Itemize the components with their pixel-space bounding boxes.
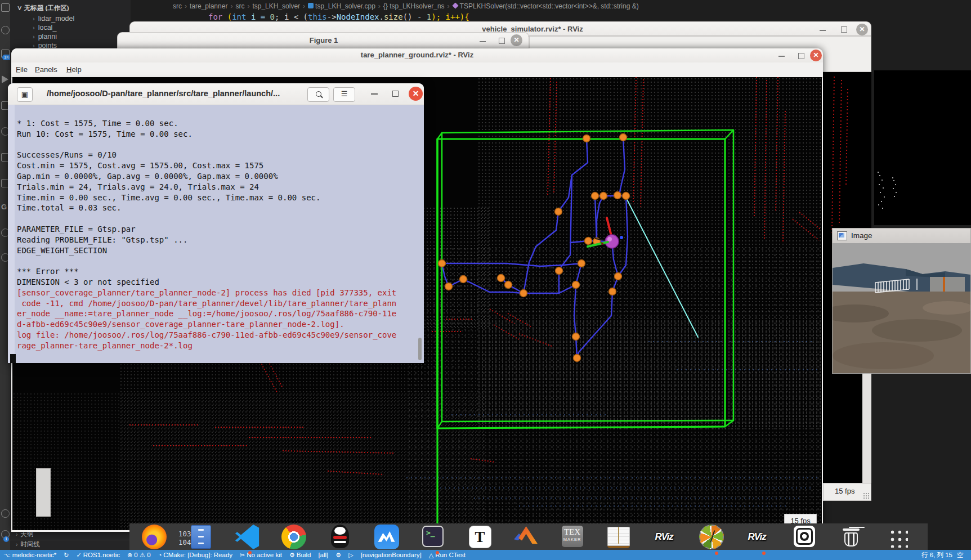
- tare-minimize-button[interactable]: [778, 56, 785, 57]
- breadcrumb-item[interactable]: src: [235, 2, 244, 10]
- run-debug-icon[interactable]: [2, 75, 8, 83]
- path-edge: [597, 196, 603, 241]
- dock-rviz-icon[interactable]: RViz: [746, 525, 771, 549]
- image-panel-header[interactable]: Image: [833, 229, 970, 244]
- dock-trash-icon[interactable]: [839, 525, 863, 549]
- sidebar-item-timeline[interactable]: ›时间线: [10, 540, 131, 549]
- terminal-line: d-afbb-ed69c45c90e9/sensor_coverage_plan…: [17, 319, 396, 330]
- dock-pinwheel-icon[interactable]: [699, 525, 724, 549]
- running-indicator-dot: [248, 551, 252, 554]
- dock-matlab-icon[interactable]: [513, 525, 538, 549]
- dock-texmaker-icon[interactable]: TEXMAKER: [560, 525, 585, 549]
- terminal-line: er_node __name:=tare_planner_node __log:…: [17, 308, 396, 319]
- vehicle-close-button[interactable]: ✕: [856, 24, 868, 35]
- dock-chrome-icon[interactable]: [281, 525, 306, 549]
- terminal-titlebar[interactable]: ▣ /home/joosoo/D-pan/tare_planner/src/ta…: [8, 83, 424, 105]
- path-edge: [442, 263, 581, 266]
- waypoint-node: [615, 273, 622, 280]
- method-icon: [452, 2, 458, 8]
- search-icon[interactable]: [1, 26, 10, 34]
- dock-book-icon[interactable]: [606, 525, 631, 549]
- terminal-line: code -11, cmd /home/joosoo/D-pan/tare_pl…: [17, 298, 396, 309]
- terminal-gutter: [8, 105, 15, 363]
- waypoint-node: [609, 288, 616, 295]
- explorer-item-lidar_model[interactable]: ›lidar_model: [33, 15, 128, 23]
- terminal-line: Cost.min = 1575, Cost.avg = 1575.00, Cos…: [17, 160, 396, 171]
- path-edge: [463, 279, 523, 293]
- status-item[interactable]: ✓ROS1.noetic: [77, 552, 120, 559]
- menu-file[interactable]: File: [16, 65, 28, 74]
- waypoint-node: [520, 290, 527, 297]
- breadcrumb-item[interactable]: {} tsp_LKHsolver_ns: [383, 2, 445, 10]
- image-panel: Image: [832, 228, 971, 374]
- dock-appgrid-icon[interactable]: [885, 525, 910, 549]
- terminal-search-button[interactable]: [307, 87, 329, 102]
- new-tab-button[interactable]: ▣: [17, 87, 33, 102]
- menu-help[interactable]: Help: [66, 65, 82, 74]
- terminal-line: log file: /home/joosoo/.ros/log/75aaf886…: [17, 330, 396, 341]
- breadcrumb-item[interactable]: tare_planner: [190, 2, 227, 10]
- resize-grip[interactable]: [863, 492, 870, 499]
- breadcrumb-item[interactable]: tsp_LKH_solver.cpp: [315, 2, 375, 10]
- terminal-minimize-button[interactable]: [371, 93, 378, 95]
- status-item[interactable]: ✂No active kit: [240, 552, 282, 559]
- breadcrumb-item[interactable]: TSPLKHSolver(std::vector<std::vector<int…: [460, 2, 639, 10]
- status-item[interactable]: ▷: [348, 552, 353, 559]
- tare-window-titlebar[interactable]: tare_planner_ground.rviz* - RViz ✕: [11, 48, 823, 63]
- dock-terminal-icon[interactable]: >_: [420, 525, 445, 549]
- status-item[interactable]: [navigationBoundary]: [361, 552, 422, 558]
- breadcrumb-item[interactable]: tsp_LKH_solver: [252, 2, 300, 10]
- status-item[interactable]: ⌥melodic-noetic*: [3, 552, 56, 559]
- menu-panels[interactable]: Panels: [35, 65, 57, 74]
- path-edge: [523, 285, 576, 293]
- dock-screenshot-icon[interactable]: [792, 525, 817, 549]
- vehicle-maximize-button[interactable]: [841, 26, 847, 33]
- dock-firefox-icon[interactable]: [142, 525, 167, 549]
- flask-icon: △: [429, 552, 433, 559]
- explorer-icon[interactable]: [1, 3, 10, 12]
- status-item[interactable]: [all]: [318, 552, 328, 558]
- terminal-output: * 1: Cost = 1575, Time = 0.00 sec.Run 10…: [17, 118, 396, 351]
- terminal-menu-button[interactable]: ☰: [333, 87, 355, 102]
- dock-motrix-icon[interactable]: [374, 525, 399, 549]
- figure1-close-button[interactable]: ✕: [511, 34, 522, 46]
- terminal-line: DIMENSION < 3 or not specified: [17, 277, 396, 288]
- terminal-line: Run 10: Cost = 1575, Time = 0.00 sec.: [17, 129, 396, 140]
- dock-cabinet-icon[interactable]: [189, 525, 213, 549]
- explorer-item-local_[interactable]: ›local_: [33, 24, 128, 32]
- breadcrumb-item[interactable]: src: [173, 2, 182, 10]
- status-item[interactable]: ↻: [64, 552, 69, 559]
- dock-typora-icon[interactable]: T: [467, 525, 492, 549]
- dock-qq-icon[interactable]: [328, 525, 352, 549]
- terminal-maximize-button[interactable]: [392, 91, 399, 97]
- terminal-line: *** Error ***: [17, 266, 396, 277]
- vehicle-minimize-button[interactable]: [820, 30, 826, 31]
- running-indicator-dot: [715, 552, 718, 555]
- terminal-scrollbar[interactable]: [418, 338, 422, 360]
- clock-icon: ◔: [158, 552, 162, 558]
- status-item[interactable]: ⚙Build: [289, 552, 311, 559]
- vehicle-window-border: [862, 374, 871, 483]
- terminal-close-button[interactable]: ✕: [409, 87, 423, 101]
- status-spaces[interactable]: 空格:: [957, 551, 971, 560]
- play-icon: ▷: [348, 552, 353, 559]
- status-item[interactable]: ⚙: [335, 552, 341, 559]
- figure1-maximize-button[interactable]: [499, 38, 505, 44]
- terminal-line: EDGE_WEIGHT_SECTION: [17, 245, 396, 256]
- status-line-col[interactable]: 行 6, 列 15: [921, 551, 952, 559]
- breadcrumb[interactable]: src›tare_planner›src›tsp_LKH_solver›tsp_…: [173, 2, 639, 10]
- dock-vscode-icon[interactable]: [235, 525, 259, 549]
- explorer-header[interactable]: ∨ 无标题 (工作区): [17, 4, 69, 12]
- status-item[interactable]: ◔CMake: [Debug]: Ready: [158, 552, 232, 558]
- status-item[interactable]: △Run CTest: [429, 552, 466, 559]
- tare-maximize-button[interactable]: [798, 53, 804, 59]
- terminal-cursor: [10, 354, 16, 363]
- figure1-minimize-button[interactable]: [480, 41, 486, 42]
- dock-rviz-icon[interactable]: RViz: [653, 525, 678, 549]
- explorer-item-planni[interactable]: ›planni: [33, 33, 128, 41]
- gear-icon: ⚙: [289, 552, 295, 559]
- account-icon[interactable]: [1, 509, 10, 518]
- tare-close-button[interactable]: ✕: [810, 50, 822, 61]
- status-item[interactable]: ⊗0 ⚠ 0: [127, 551, 151, 559]
- figure1-window-titlebar[interactable]: Figure 1 ✕: [117, 32, 529, 48]
